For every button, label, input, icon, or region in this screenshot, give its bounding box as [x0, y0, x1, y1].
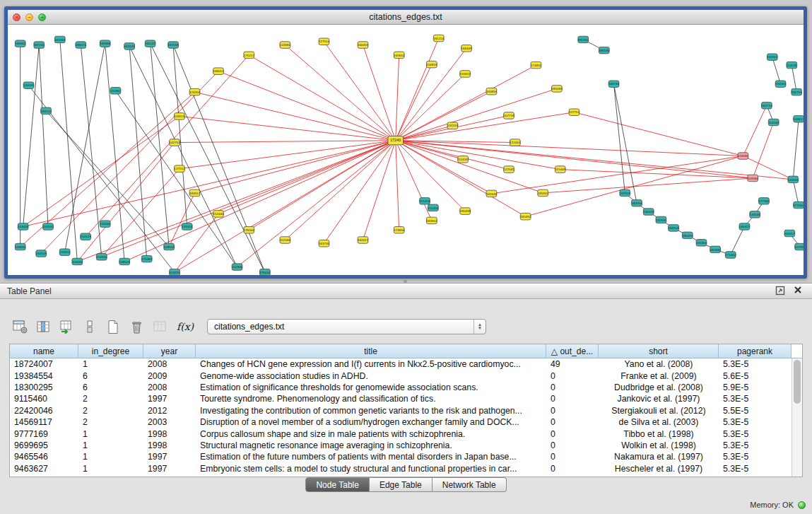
graph-node[interactable]: 175363 [141, 255, 153, 262]
graph-node[interactable]: 151459 [428, 204, 439, 211]
table-row[interactable]: 977716911998Corpus callosum shape and si… [10, 428, 792, 439]
graph-node[interactable]: 159584 [748, 175, 759, 182]
graph-node[interactable]: 150513 [81, 233, 92, 240]
graph-hub-node[interactable]: 17240 [388, 136, 404, 144]
delete-table-icon[interactable] [151, 318, 168, 335]
table-row[interactable]: 1456911722003Disruption of a novel membe… [10, 416, 792, 428]
graph-node[interactable]: 115449 [555, 166, 565, 173]
graph-node[interactable]: 159051 [59, 249, 71, 256]
graph-node[interactable]: 184061 [15, 40, 26, 47]
graph-node[interactable]: 166012 [213, 68, 224, 75]
graph-node[interactable]: 152348 [280, 237, 291, 244]
graph-node[interactable]: 187240 [34, 42, 45, 49]
function-builder-icon[interactable]: f(x) [175, 321, 196, 332]
memory-status[interactable]: Memory: OK [750, 501, 806, 509]
graph-node[interactable]: 114144 [768, 119, 779, 126]
graph-node[interactable]: 186571 [76, 42, 87, 49]
graph-node[interactable]: 143457 [794, 115, 804, 122]
graph-node[interactable]: 191604 [182, 223, 193, 230]
graph-node[interactable]: 162017 [358, 237, 369, 244]
graph-node[interactable]: 122045 [504, 166, 515, 173]
graph-node[interactable]: 132203 [447, 122, 459, 129]
graph-node[interactable]: 152862 [110, 88, 122, 95]
graph-node[interactable]: 121601 [510, 139, 521, 146]
graph-node[interactable]: 182755 [792, 88, 803, 95]
graph-node[interactable]: 116044 [72, 258, 83, 265]
graph-node[interactable]: 163856 [486, 88, 498, 95]
graph-node[interactable]: 206510 [41, 107, 52, 115]
show-columns-icon[interactable] [35, 318, 52, 335]
graph-node[interactable]: 151136 [787, 62, 797, 69]
graph-node[interactable]: 163730 [319, 240, 330, 247]
row-height-icon[interactable] [81, 318, 98, 335]
graph-node[interactable]: 118635 [15, 243, 25, 250]
table-mode-icon[interactable] [11, 318, 28, 335]
graph-node[interactable]: 162714 [761, 102, 772, 109]
graph-node[interactable]: 126260 [100, 221, 111, 228]
tab-edge-table[interactable]: Edge Table [370, 477, 433, 492]
table-scrollbar[interactable] [792, 358, 802, 477]
graph-node[interactable]: 120035 [23, 82, 35, 89]
graph-node[interactable]: 185492 [520, 213, 531, 220]
graph-node[interactable]: 174850 [531, 62, 542, 69]
graph-node[interactable]: 107718 [504, 112, 515, 119]
table-row[interactable]: 911546021997Tourette syndrome. Phenomeno… [10, 393, 792, 404]
graph-node[interactable]: 166953 [669, 225, 680, 232]
table-row[interactable]: 2242004622012Investigating the contribut… [10, 405, 792, 416]
graph-node[interactable]: 124204 [189, 88, 201, 95]
graph-node[interactable]: 104205 [169, 269, 180, 275]
graph-node[interactable]: 159580 [738, 153, 749, 160]
graph-node[interactable]: 161646 [486, 190, 498, 197]
graph-node[interactable]: 146540 [750, 211, 761, 218]
graph-node[interactable]: 176044 [259, 269, 271, 275]
graph-node[interactable]: 175217 [244, 52, 255, 59]
column-header-year[interactable]: year [143, 344, 196, 358]
graph-node[interactable]: 202605 [43, 223, 54, 230]
graph-node[interactable]: 150518 [36, 250, 47, 257]
graph-node[interactable]: 157751 [569, 109, 580, 116]
graph-node[interactable]: 142752 [169, 139, 180, 146]
table-row[interactable]: 969969511998Structural magnetic resonanc… [10, 440, 792, 451]
column-header-short[interactable]: short [599, 344, 719, 358]
new-table-icon[interactable] [105, 318, 122, 335]
graph-node[interactable]: 171464 [725, 252, 736, 259]
table-row[interactable]: 946554611997Estimation of the future num… [10, 451, 792, 462]
graph-node[interactable]: 166459 [358, 42, 369, 49]
graph-node[interactable]: 182945 [656, 216, 667, 223]
graph-node[interactable]: 148024 [119, 258, 131, 265]
graph-node[interactable]: 182950 [631, 199, 642, 206]
graph-node[interactable]: 127512 [174, 165, 185, 173]
zoom-window-button[interactable]: + [38, 13, 46, 21]
graph-node[interactable]: 118515 [175, 113, 185, 120]
float-panel-icon[interactable] [775, 286, 787, 297]
tab-network-table[interactable]: Network Table [433, 477, 507, 492]
graph-node[interactable]: 167919 [620, 189, 631, 197]
graph-node[interactable]: 677560 [794, 201, 804, 209]
graph-node[interactable]: 185425 [682, 232, 693, 239]
column-header-title[interactable]: title [196, 344, 546, 358]
graph-node[interactable]: 190103 [643, 209, 654, 216]
graph-node[interactable]: 183902 [426, 217, 437, 224]
scrollbar-thumb[interactable] [794, 360, 801, 404]
table-row[interactable]: 1872400712008Changes of HCN gene express… [10, 358, 792, 370]
graph-node[interactable]: 182440 [710, 246, 722, 253]
import-column-icon[interactable] [58, 318, 75, 335]
close-panel-icon[interactable] [794, 286, 805, 297]
graph-node[interactable]: 166409 [461, 45, 473, 52]
graph-node[interactable]: 161057 [784, 230, 796, 237]
graph-node[interactable]: 149368 [100, 40, 111, 47]
graph-node[interactable]: 924563 [775, 81, 787, 88]
table-selector-dropdown[interactable]: citations_edges.txt ▲▼ [207, 319, 486, 334]
graph-node[interactable]: 177380 [758, 198, 770, 205]
graph-node[interactable]: 122680 [280, 42, 291, 49]
graph-node[interactable]: 176344 [244, 226, 255, 233]
window-titlebar[interactable]: × − + citations_edges.txt [8, 10, 804, 25]
column-header-out_degree[interactable]: △ out_de... [546, 344, 599, 358]
graph-node[interactable]: 152306 [232, 264, 243, 271]
column-header-pagerank[interactable]: pagerank [719, 344, 792, 358]
network-canvas[interactable]: 1724017483416201716373015234817634415244… [8, 25, 804, 275]
delete-column-icon[interactable] [128, 318, 145, 335]
column-header-in_degree[interactable]: in_degree [78, 344, 143, 358]
graph-node[interactable]: 108916 [164, 243, 175, 250]
graph-node[interactable]: 166734 [608, 81, 620, 88]
